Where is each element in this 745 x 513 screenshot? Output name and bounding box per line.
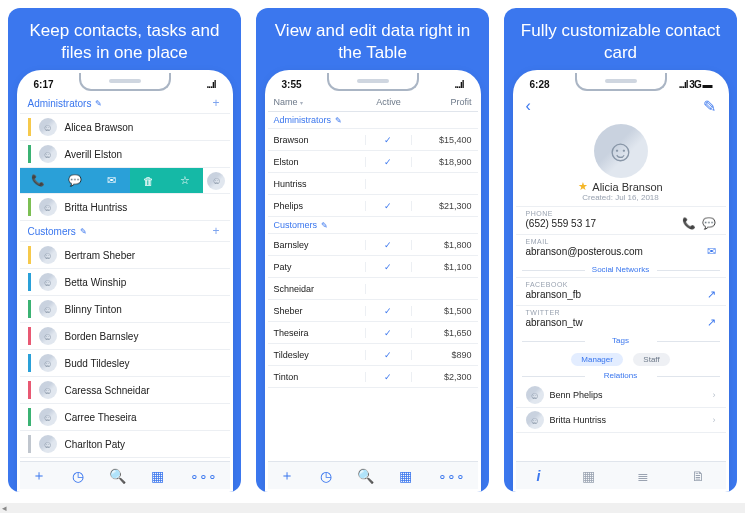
recent-tab[interactable]: ◷ [72,468,84,484]
contact-row[interactable]: ☺ Blinny Tinton [20,296,230,323]
table-row[interactable]: Tinton ✓ $2,300 [268,366,478,388]
search-tab[interactable]: 🔍 [357,468,374,484]
share-icon[interactable]: ↗ [707,288,716,301]
list-tab[interactable]: ≣ [637,468,649,484]
table-row[interactable]: Barnsley ✓ $1,800 [268,234,478,256]
section-header-customers[interactable]: Customers✎ + [20,221,230,242]
call-action[interactable]: 📞 [20,168,57,193]
sms-icon[interactable]: 💬 [702,217,716,230]
headline: View and edit data right in the Table [264,20,481,64]
contact-row[interactable]: ☺ Charlton Paty [20,431,230,458]
edit-icon[interactable]: ✎ [80,227,87,236]
calendar-tab[interactable]: ▦ [151,468,164,484]
more-tab[interactable]: ∘∘∘ [190,468,217,484]
table-row[interactable]: Theseira ✓ $1,650 [268,322,478,344]
table-row[interactable]: Tildesley ✓ $890 [268,344,478,366]
tag-pill[interactable]: Manager [571,353,623,366]
table-row[interactable]: Elston ✓ $18,900 [268,151,478,173]
calendar-tab[interactable]: ▦ [399,468,412,484]
call-icon[interactable]: 📞 [682,217,696,230]
edit-icon: ✎ [335,116,342,125]
col-name[interactable]: Name▾ [274,97,366,107]
cell-name: Elston [274,157,366,167]
status-time: 3:55 [282,79,302,90]
phone-value[interactable]: (652) 559 53 17 [526,218,597,229]
calendar-tab[interactable]: ▦ [582,468,595,484]
contact-row[interactable]: ☺ Caressa Schneidar [20,377,230,404]
table-section-admins[interactable]: Administrators✎ [268,112,478,129]
contact-row[interactable]: ☺ Betta Winship [20,269,230,296]
contact-name: Caressa Schneidar [65,385,150,396]
app-screenshot-panel-2: View and edit data right in the Table 3:… [256,8,489,492]
cell-profit: $890 [412,350,471,360]
back-button[interactable]: ‹ [526,97,531,116]
cell-active[interactable]: ✓ [366,328,413,338]
horizontal-scrollbar[interactable] [0,503,745,513]
relation-row[interactable]: ☺Britta Huntriss› [516,408,726,433]
cell-active[interactable]: ✓ [366,350,413,360]
tag-pill[interactable]: Staff [633,353,669,366]
recent-tab[interactable]: ◷ [320,468,332,484]
table-row[interactable]: Huntriss [268,173,478,195]
notch [327,73,419,91]
add-tab[interactable]: ＋ [280,467,294,485]
cell-name: Barnsley [274,240,366,250]
table-row[interactable]: Brawson ✓ $15,400 [268,129,478,151]
cell-active[interactable]: ✓ [366,157,413,167]
contact-row[interactable]: ☺ Budd Tildesley [20,350,230,377]
contact-name: Carree Theseira [65,412,137,423]
edit-card-button[interactable]: ✎ [703,97,716,116]
table-row[interactable]: Paty ✓ $1,100 [268,256,478,278]
cell-active[interactable]: ✓ [366,240,413,250]
avatar: ☺ [39,198,57,216]
headline: Keep contacts, tasks and files in one pl… [16,20,233,64]
star-action[interactable]: ☆ [167,168,204,193]
avatar: ☺ [39,246,57,264]
table-section-customers[interactable]: Customers✎ [268,217,478,234]
relation-row[interactable]: ☺Benn Phelips› [516,383,726,408]
col-active[interactable]: Active [366,97,412,107]
contact-row[interactable]: ☺ Bertram Sheber [20,242,230,269]
table-row[interactable]: Sheber ✓ $1,500 [268,300,478,322]
fb-value[interactable]: abranson_fb [526,289,582,300]
info-tab[interactable]: i [536,468,540,484]
notch [575,73,667,91]
contact-row[interactable]: ☺ Alicea Brawson [20,114,230,141]
delete-action[interactable]: 🗑 [130,168,167,193]
add-icon[interactable]: + [212,96,219,110]
add-tab[interactable]: ＋ [32,467,46,485]
contact-row[interactable]: ☺ Averill Elston [20,141,230,168]
table-row[interactable]: Schneidar [268,278,478,300]
section-header-admins[interactable]: Administrators✎ + [20,93,230,114]
mail-icon[interactable]: ✉ [707,245,716,258]
cell-active[interactable]: ✓ [366,135,413,145]
cell-active[interactable]: ✓ [366,372,413,382]
file-tab[interactable]: 🗎 [691,468,705,484]
cell-name: Brawson [274,135,366,145]
status-time: 6:28 [530,79,550,90]
phone-frame: 3:55 ...ıl Name▾ Active Profit Administr… [265,70,481,492]
chat-action[interactable]: 💬 [56,168,93,193]
cell-profit: $15,400 [412,135,471,145]
cell-active[interactable]: ✓ [366,201,413,211]
share-icon[interactable]: ↗ [707,316,716,329]
status-time: 6:17 [34,79,54,90]
mail-action[interactable]: ✉ [93,168,130,193]
contact-row[interactable]: ☺ Carree Theseira [20,404,230,431]
contact-name: Charlton Paty [65,439,126,450]
cell-active[interactable]: ✓ [366,262,413,272]
cell-active[interactable]: ✓ [366,306,413,316]
tw-value[interactable]: abranson_tw [526,317,583,328]
more-tab[interactable]: ∘∘∘ [438,468,465,484]
edit-icon[interactable]: ✎ [95,99,102,108]
email-value[interactable]: abranson@posterous.com [526,246,643,257]
contact-row[interactable]: ☺ Britta Huntriss [20,194,230,221]
add-icon[interactable]: + [212,224,219,238]
contact-name: Alicea Brawson [65,122,134,133]
table-row[interactable]: Phelips ✓ $21,300 [268,195,478,217]
col-profit[interactable]: Profit [412,97,472,107]
edit-icon: ✎ [321,221,328,230]
contact-row[interactable]: ☺ Borden Barnsley [20,323,230,350]
search-tab[interactable]: 🔍 [109,468,126,484]
social-header: Social Networks [516,265,726,274]
